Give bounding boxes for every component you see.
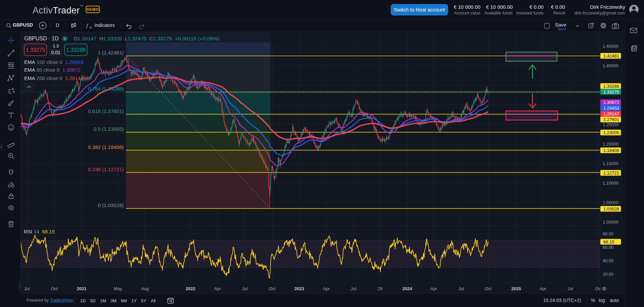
svg-text:Oct: Oct: [51, 286, 58, 291]
svg-text:RSI 14 68.15: RSI 14 68.15: [24, 229, 55, 234]
svg-text:Jul: Jul: [567, 286, 573, 291]
svg-text:1.42481: 1.42481: [603, 53, 619, 59]
svg-text:2022: 2022: [185, 286, 195, 291]
svg-text:1.03528: 1.03528: [603, 206, 619, 212]
svg-text:Jul: Jul: [458, 286, 464, 291]
svg-text:20.00: 20.00: [603, 272, 614, 277]
svg-text:x: x: [90, 25, 92, 29]
svg-text:Jul: Jul: [242, 286, 248, 291]
svg-text:Jul: Jul: [351, 286, 356, 291]
svg-text:1.00000: 1.00000: [603, 220, 618, 225]
svg-text:1.28147: 1.28147: [603, 111, 619, 116]
svg-text:1.10000: 1.10000: [603, 181, 618, 186]
svg-text:1.27601: 1.27601: [603, 117, 619, 122]
svg-text:1.23005: 1.23005: [603, 130, 619, 135]
svg-text:1.33288: 1.33288: [66, 47, 86, 53]
svg-text:f: f: [86, 23, 88, 28]
svg-text:Oct: Oct: [269, 286, 276, 291]
svg-text:68.15: 68.15: [603, 239, 614, 244]
svg-text:Aug: Aug: [141, 286, 149, 291]
svg-text:1.05000: 1.05000: [603, 200, 618, 205]
svg-text:1.12721: 1.12721: [603, 170, 619, 176]
svg-text:1.20000: 1.20000: [603, 142, 618, 147]
svg-text:1 (1.42481): 1 (1.42481): [98, 50, 124, 55]
svg-text:May: May: [114, 286, 122, 291]
svg-text:1.29453: 1.29453: [603, 106, 619, 111]
svg-text:2024: 2024: [402, 286, 413, 291]
svg-text:1.25000: 1.25000: [603, 122, 618, 127]
svg-text:Apr: Apr: [323, 286, 330, 291]
svg-text:0.618 (1.27601): 0.618 (1.27601): [88, 108, 124, 114]
svg-text:Jul: Jul: [24, 286, 30, 291]
svg-text:0.01: 0.01: [51, 50, 60, 55]
svg-text:1.33275: 1.33275: [603, 89, 619, 94]
svg-text:0.382 (1.18408): 0.382 (1.18408): [88, 144, 124, 150]
svg-text:1.33288: 1.33288: [603, 84, 619, 89]
svg-text:1.40000: 1.40000: [603, 63, 618, 68]
svg-text:1.45000: 1.45000: [603, 44, 618, 49]
svg-text:1.3: 1.3: [53, 44, 58, 48]
svg-text:1.18408: 1.18408: [603, 148, 619, 153]
svg-text:Apr: Apr: [214, 286, 221, 291]
svg-text:40.00: 40.00: [603, 258, 614, 263]
svg-text:GBPUSD · 1D: GBPUSD · 1D: [24, 36, 58, 41]
svg-text:0.5 (1.23005): 0.5 (1.23005): [94, 126, 124, 132]
svg-text:0 (1.03528): 0 (1.03528): [98, 202, 124, 208]
svg-text:Oc: Oc: [595, 286, 601, 291]
svg-text:60.00: 60.00: [603, 245, 614, 250]
svg-text:EMA 200 close 0 1.28147: EMA 200 close 0 1.28147: [24, 75, 83, 81]
svg-text:EMA 100 close 0 1.29453: EMA 100 close 0 1.29453: [24, 59, 83, 65]
svg-text:0.764 (1.33288): 0.764 (1.33288): [88, 86, 124, 91]
svg-text:O1.33147 H1.33320 L1.32470: O1.33147 H1.33320 L1.32470 C1.33275 +0.0…: [74, 36, 219, 41]
svg-text:2021: 2021: [77, 286, 87, 291]
svg-text:EMA 50 close 0 1.30672: EMA 50 close 0 1.30672: [24, 67, 81, 73]
svg-text:1.30672: 1.30672: [603, 100, 619, 105]
svg-text:Apr: Apr: [540, 286, 547, 291]
svg-text:Oct: Oct: [485, 286, 492, 291]
svg-text:29: 29: [378, 286, 382, 291]
svg-text:1.15000: 1.15000: [603, 161, 618, 166]
svg-text:1.33275: 1.33275: [26, 47, 45, 53]
svg-text:0.236 (1.12721): 0.236 (1.12721): [88, 166, 124, 172]
svg-text:2023: 2023: [294, 286, 304, 291]
svg-text:Apr: Apr: [430, 286, 437, 291]
svg-text:80.00: 80.00: [603, 231, 614, 236]
svg-text:2025: 2025: [511, 286, 521, 291]
